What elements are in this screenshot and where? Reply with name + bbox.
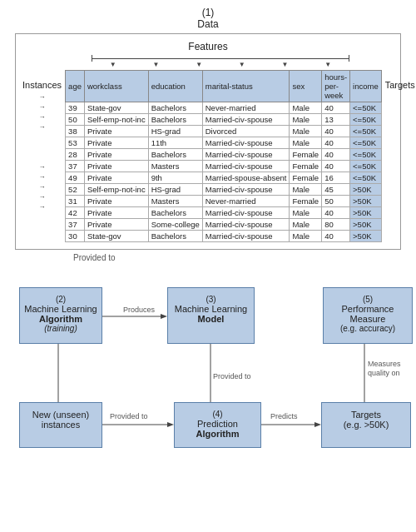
- row-cell-workclass: Private: [84, 219, 148, 231]
- row-income: >50K: [350, 184, 382, 196]
- section-number: (1): [7, 7, 409, 18]
- ml-algorithm-box: (2) Machine LearningAlgorithm (training): [19, 287, 102, 344]
- row-cell-education: HS-grad: [148, 126, 202, 137]
- row-cell-hours: 13: [322, 114, 350, 126]
- table-row: 52Self-emp-not-incHS-gradMarried-civ-spo…: [66, 184, 382, 196]
- row-cell-hours: 50: [322, 196, 350, 207]
- row-cell-education: 9th: [148, 172, 202, 184]
- row-cell-hours: 45: [322, 184, 350, 196]
- row-cell-sex: Male: [290, 184, 322, 196]
- svg-marker-1: [161, 314, 167, 319]
- row-cell-workclass: Private: [84, 126, 148, 137]
- section-title-area: (1) Data: [7, 7, 409, 30]
- features-area: Features ▼ ▼ ▼ ▼ ▼ ▼: [22, 41, 394, 68]
- svg-text:Provided to: Provided to: [110, 412, 148, 420]
- row-cell-education: Masters: [148, 196, 202, 207]
- col-workclass: workclass: [84, 71, 148, 102]
- table-row: 49Private9thMarried-spouse-absentFemale1…: [66, 172, 382, 184]
- row-age: 28: [66, 149, 85, 161]
- row-cell-workclass: Private: [84, 161, 148, 172]
- row-cell-marital_status: Married-civ-spouse: [202, 184, 290, 196]
- box3-label: Machine LearningModel: [172, 304, 250, 324]
- row-cell-sex: Male: [290, 207, 322, 219]
- row-cell-marital_status: Married-civ-spouse: [202, 114, 290, 126]
- row-cell-hours: 40: [322, 102, 350, 114]
- table-row: 37PrivateSome-collegeMarried-civ-spouseM…: [66, 219, 382, 231]
- svg-text:Predicts: Predicts: [270, 412, 298, 420]
- row-cell-sex: Female: [290, 149, 322, 161]
- row-cell-workclass: Private: [84, 207, 148, 219]
- row-income: <=50K: [350, 172, 382, 184]
- row-age: 37: [66, 219, 85, 231]
- col-age: age: [66, 71, 85, 102]
- table-row-area: Instances → → → → · · · → → → → →: [22, 70, 394, 242]
- row-cell-marital_status: Never-married: [202, 196, 290, 207]
- row-cell-sex: Male: [290, 231, 322, 242]
- row-cell-hours: 40: [322, 161, 350, 172]
- row-cell-hours: 40: [322, 207, 350, 219]
- row-cell-sex: Male: [290, 126, 322, 137]
- row-age: 30: [66, 231, 85, 242]
- row-cell-sex: Male: [290, 114, 322, 126]
- row-income: <=50K: [350, 114, 382, 126]
- row-income: <=50K: [350, 149, 382, 161]
- row-cell-marital_status: Never-married: [202, 102, 290, 114]
- table-row: 31PrivateMastersNever-marriedFemale50>50…: [66, 196, 382, 207]
- row-age: 49: [66, 172, 85, 184]
- row-cell-hours: 16: [322, 172, 350, 184]
- targets-label: Targets: [385, 80, 415, 90]
- table-row: 37PrivateMastersMarried-civ-spouseFemale…: [66, 161, 382, 172]
- row-cell-hours: 40: [322, 149, 350, 161]
- box5-num: (5): [328, 295, 408, 304]
- row-age: 37: [66, 161, 85, 172]
- row-cell-sex: Male: [290, 102, 322, 114]
- row-cell-marital_status: Married-civ-spouse: [202, 161, 290, 172]
- box2-label: Machine LearningAlgorithm: [24, 304, 97, 324]
- row-cell-workclass: Self-emp-not-inc: [84, 114, 148, 126]
- row-income: <=50K: [350, 137, 382, 149]
- row-cell-education: HS-grad: [148, 184, 202, 196]
- data-section: Features ▼ ▼ ▼ ▼ ▼ ▼ Instances: [15, 33, 401, 250]
- row-cell-sex: Female: [290, 161, 322, 172]
- row-income: >50K: [350, 196, 382, 207]
- provided-to-label: Provided to: [73, 253, 409, 262]
- targets-box: Targets(e.g. >50K): [321, 402, 411, 448]
- prediction-algorithm-box: (4) PredictionAlgorithm: [174, 402, 261, 448]
- col-hours: hours-per-week: [322, 71, 350, 102]
- box6-label: PredictionAlgorithm: [179, 419, 256, 439]
- table-row: 28PrivateBachelorsMarried-civ-spouseFema…: [66, 149, 382, 161]
- row-age: 53: [66, 137, 85, 149]
- box5-label: PerformanceMeasure: [328, 304, 408, 324]
- section-title: Data: [197, 18, 218, 30]
- table-row: 38PrivateHS-gradDivorcedMale40<=50K: [66, 126, 382, 137]
- row-age: 52: [66, 184, 85, 196]
- row-cell-education: Masters: [148, 161, 202, 172]
- row-cell-marital_status: Married-spouse-absent: [202, 172, 290, 184]
- row-age: 31: [66, 196, 85, 207]
- svg-text:Provided to: Provided to: [213, 372, 251, 380]
- table-row: 42PrivateBachelorsMarried-civ-spouseMale…: [66, 207, 382, 219]
- box5-sub: (e.g. accuracy): [328, 324, 408, 333]
- col-marital: marital-status: [202, 71, 290, 102]
- row-age: 42: [66, 207, 85, 219]
- row-age: 38: [66, 126, 85, 137]
- instances-area: Instances → → → → · · · → → → → →: [22, 80, 62, 211]
- bottom-section: Produces Provided to Provided to Predict…: [7, 271, 409, 470]
- row-cell-sex: Male: [290, 219, 322, 231]
- row-income: >50K: [350, 207, 382, 219]
- box3-num: (3): [172, 295, 250, 304]
- row-cell-education: Bachelors: [148, 231, 202, 242]
- row-cell-sex: Male: [290, 137, 322, 149]
- ml-model-box: (3) Machine LearningModel: [167, 287, 255, 344]
- row-cell-workclass: Private: [84, 196, 148, 207]
- row-cell-marital_status: Married-civ-spouse: [202, 219, 290, 231]
- svg-text:quality on: quality on: [368, 369, 400, 377]
- svg-marker-9: [167, 422, 174, 427]
- row-cell-marital_status: Married-civ-spouse: [202, 149, 290, 161]
- row-age: 39: [66, 102, 85, 114]
- box2-sub: (training): [24, 324, 97, 333]
- box2-num: (2): [24, 295, 97, 304]
- row-cell-sex: Female: [290, 196, 322, 207]
- row-cell-marital_status: Divorced: [202, 126, 290, 137]
- features-label: Features: [188, 41, 227, 52]
